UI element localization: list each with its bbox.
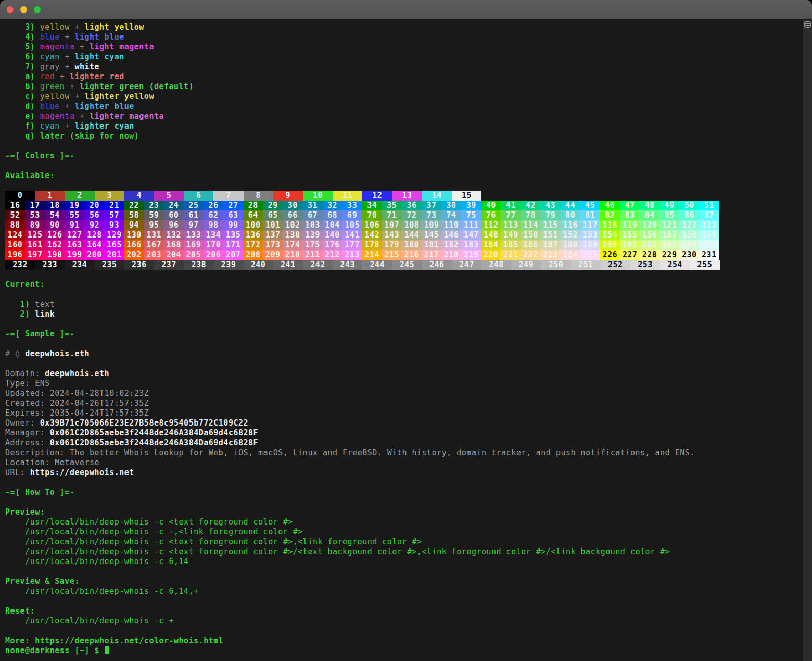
palette-cell-118: 118 — [600, 220, 620, 230]
palette-cell-115: 115 — [541, 220, 561, 230]
text-segment: https://deepwhois.net/color-whois.html — [35, 636, 223, 645]
scrollbar-split-pane-icon[interactable] — [804, 21, 811, 28]
palette-cell-8: 8 — [244, 191, 273, 201]
preview-cmd-4: /usr/local/bin/deep-whois -c <text foreg… — [5, 547, 803, 557]
palette-cell-11: 11 — [333, 191, 362, 201]
palette-cell-31: 31 — [302, 201, 322, 210]
blank-line — [5, 359, 803, 369]
palette-cell-73: 73 — [422, 210, 441, 220]
text-segment: Description: The better Whois Lookup for… — [5, 448, 695, 457]
text-segment: magenta — [40, 111, 75, 121]
palette-cell-12: 12 — [362, 191, 392, 201]
terminal-window: 3) yellow + light yellow 4) blue + light… — [0, 0, 812, 661]
palette-cell-175: 175 — [302, 240, 322, 250]
palette-cell-69: 69 — [342, 210, 362, 220]
palette-cell-113: 113 — [501, 220, 521, 230]
palette-cell-150: 150 — [521, 230, 540, 240]
text-segment — [5, 62, 25, 71]
palette-cell-1: 1 — [35, 191, 65, 201]
blank-line — [5, 567, 803, 577]
palette-cell-80: 80 — [561, 210, 580, 220]
text-segment — [30, 300, 35, 309]
text-segment — [5, 121, 25, 131]
text-segment: Created: 2024-04-26T17:57:35Z — [5, 398, 149, 408]
palette-cell-65: 65 — [263, 210, 283, 220]
text-segment: green — [40, 82, 65, 91]
window-titlebar[interactable] — [0, 0, 812, 19]
blank-line — [5, 626, 803, 636]
text-segment: lighter red — [70, 72, 124, 81]
palette-cell-144: 144 — [402, 230, 422, 240]
palette-cell-16: 16 — [5, 201, 25, 210]
palette-cell-70: 70 — [362, 210, 382, 220]
text-segment: blue — [40, 32, 60, 42]
palette-cell-36: 36 — [402, 201, 422, 210]
palette-cell-33: 33 — [342, 201, 362, 210]
zoom-button[interactable] — [34, 6, 41, 13]
palette-cell-72: 72 — [402, 210, 422, 220]
palette-cell-127: 127 — [65, 230, 84, 240]
palette-cell-199: 199 — [65, 250, 84, 260]
terminal-cursor[interactable] — [105, 646, 110, 654]
palette-cell-217: 217 — [422, 250, 441, 260]
domain-line: Domain: deepwhois.eth — [5, 369, 803, 379]
text-segment: deepwhois.eth — [25, 349, 90, 358]
text-segment: /usr/local/bin/deep-whois -c -,<link for… — [5, 527, 303, 537]
menu-option-c: c) yellow + lighter yellow — [5, 92, 803, 102]
palette-cell-141: 141 — [342, 230, 362, 240]
palette-cell-206: 206 — [204, 250, 223, 260]
palette-cell-203: 203 — [144, 250, 164, 260]
text-segment: 5) — [25, 42, 35, 52]
close-button[interactable] — [7, 6, 14, 13]
palette-cell-179: 179 — [382, 240, 402, 250]
palette-cell-81: 81 — [580, 210, 600, 220]
text-segment — [5, 309, 20, 319]
text-segment: lighter magenta — [90, 111, 164, 121]
palette-cell-213: 213 — [342, 250, 362, 260]
palette-cell-20: 20 — [84, 201, 104, 210]
palette-cell-162: 162 — [45, 240, 65, 250]
palette-cell-255: 255 — [690, 260, 719, 270]
text-segment: later (skip for now) — [40, 131, 139, 141]
text-segment: light magenta — [90, 42, 154, 52]
palette-cell-201: 201 — [104, 250, 124, 260]
text-segment: + — [60, 121, 75, 131]
palette-cell-9: 9 — [273, 191, 303, 201]
text-segment: Available: — [5, 171, 55, 180]
menu-option-f: f) cyan + lighter cyan — [5, 121, 803, 131]
created-line: Created: 2024-04-26T17:57:35Z — [5, 398, 803, 408]
available-label: Available: — [5, 171, 803, 181]
text-segment: yellow — [40, 92, 70, 101]
palette-cell-244: 244 — [362, 260, 392, 270]
minimize-button[interactable] — [20, 6, 27, 13]
palette-cell-233: 233 — [35, 260, 65, 270]
text-segment: deepwhois.eth — [45, 369, 109, 378]
palette-cell-146: 146 — [441, 230, 461, 240]
terminal-content[interactable]: 3) yellow + light yellow 4) blue + light… — [0, 20, 803, 661]
palette-cell-171: 171 — [223, 240, 243, 250]
menu-option-4: 4) blue + light blue — [5, 32, 803, 42]
palette-cell-236: 236 — [124, 260, 154, 270]
palette-cell-126: 126 — [45, 230, 65, 240]
text-segment: URL: — [5, 468, 30, 477]
text-segment: Updated: 2024-04-28T10:02:23Z — [5, 389, 149, 398]
palette-cell-41: 41 — [501, 201, 521, 210]
palette-cell-0: 0 — [5, 191, 35, 201]
palette-cell-136: 136 — [243, 230, 263, 240]
text-segment: More: — [5, 636, 35, 645]
palette-cell-215: 215 — [382, 250, 402, 260]
text-segment: Type: ENS — [5, 379, 50, 388]
palette-cell-139: 139 — [302, 230, 322, 240]
palette-cell-208: 208 — [243, 250, 263, 260]
palette-cell-77: 77 — [501, 210, 521, 220]
palette-cell-106: 106 — [362, 220, 382, 230]
text-segment — [5, 102, 25, 111]
palette-cell-44: 44 — [561, 201, 580, 210]
palette-cell-54: 54 — [45, 210, 65, 220]
palette-cell-157: 157 — [659, 230, 679, 240]
text-segment: -=[ How To ]=- — [5, 488, 74, 497]
scrollbar[interactable] — [803, 20, 812, 661]
palette-cell-143: 143 — [382, 230, 402, 240]
text-segment: # — [5, 349, 15, 358]
text-segment — [35, 131, 40, 141]
